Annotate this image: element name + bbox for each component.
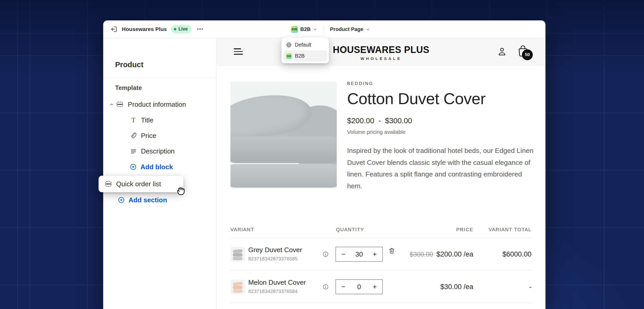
add-section-label: Add section <box>129 196 167 204</box>
quick-order-list: VARIANT QUANTITY PRICE VARIANT TOTAL Gre… <box>230 227 531 233</box>
live-label: Live <box>178 26 188 32</box>
live-dot-icon <box>174 28 176 30</box>
column-header-price: PRICE <box>456 227 473 233</box>
unit-price: $30.00 /ea <box>440 283 473 291</box>
b2b-badge-icon: B2B <box>286 53 292 59</box>
variant-name: Grey Duvet Cover <box>248 246 302 254</box>
divider <box>103 78 216 78</box>
editor-sidebar: Product Template Product information T T… <box>103 38 216 309</box>
variant-total: $5000.00 <box>502 303 531 309</box>
unit-price: $200.00 /ea <box>436 250 473 258</box>
product-title: Cotton Duvet Cover <box>347 89 545 108</box>
page-selector[interactable]: Product Page <box>330 26 363 32</box>
editor-topbar: Housewares Plus Live B2B B2B Product Pag… <box>103 20 545 38</box>
cart-button[interactable]: 50 <box>517 44 529 58</box>
more-options-button[interactable] <box>197 28 203 30</box>
storefront-header: HOUSEWARES PLUS WHOLESALE 50 <box>217 38 545 66</box>
storefront-preview: HOUSEWARES PLUS WHOLESALE 50 <box>217 38 545 309</box>
increase-quantity-button[interactable]: + <box>367 283 382 291</box>
sidebar-item-label: Title <box>141 116 153 124</box>
increase-quantity-button[interactable]: + <box>367 250 382 258</box>
duvet-shape <box>230 136 337 163</box>
trash-icon[interactable] <box>388 247 395 254</box>
variant-sku: 823718342873376584 <box>248 289 306 294</box>
quantity-value[interactable]: 0 <box>351 283 367 291</box>
plus-circle-icon <box>118 197 125 203</box>
dragged-block-label: Quick order list <box>116 180 161 188</box>
title-icon: T <box>130 117 137 123</box>
info-icon[interactable] <box>323 251 329 257</box>
exit-editor-icon[interactable] <box>110 25 118 33</box>
product-description: Inspired by the look of traditional hote… <box>347 145 537 192</box>
globe-icon <box>286 42 292 48</box>
chevron-up-icon[interactable] <box>109 102 114 107</box>
dropdown-item-label: B2B <box>295 53 305 59</box>
column-header-quantity: QUANTITY <box>336 227 364 233</box>
dropdown-item-b2b[interactable]: B2B B2B <box>283 50 327 61</box>
sidebar-item-product-information[interactable]: Product information <box>103 97 216 112</box>
logo-title: HOUSEWARES PLUS <box>217 44 545 55</box>
product-image[interactable] <box>230 82 337 189</box>
theme-editor-window: Housewares Plus Live B2B B2B Product Pag… <box>103 20 545 309</box>
sidebar-item-title[interactable]: T Title <box>103 112 216 128</box>
topbar-divider <box>324 25 324 33</box>
add-section-button[interactable]: Add section <box>103 192 216 208</box>
chevron-down-icon[interactable] <box>313 27 317 32</box>
desktop-backdrop: Housewares Plus Live B2B B2B Product Pag… <box>0 0 644 309</box>
add-block-button[interactable]: Add block <box>103 159 216 175</box>
table-row: Melon Duvet Cover 823718342873376584 − 0… <box>230 271 531 303</box>
plus-circle-icon <box>130 164 137 170</box>
svg-text:$: $ <box>132 134 134 137</box>
sidebar-item-description[interactable]: Description <box>103 143 216 159</box>
section-icon <box>105 180 112 188</box>
storefront-logo[interactable]: HOUSEWARES PLUS WHOLESALE <box>217 44 545 61</box>
table-header: VARIANT QUANTITY PRICE VARIANT TOTAL <box>230 227 531 233</box>
variant-thumbnail <box>230 280 245 294</box>
info-icon[interactable] <box>323 284 329 290</box>
variant-thumbnail <box>230 247 245 261</box>
variant-name: Melon Duvet Cover <box>248 279 306 287</box>
dropdown-item-label: Default <box>295 42 311 48</box>
compare-at-price: $300.00 <box>410 251 433 258</box>
logo-subtitle: WHOLESALE <box>217 56 545 61</box>
shop-name: Housewares Plus <box>122 26 167 32</box>
decrease-quantity-button[interactable]: − <box>336 250 351 258</box>
market-badge: B2B <box>291 26 298 33</box>
sidebar-title: Product <box>115 60 144 69</box>
section-icon <box>116 101 123 108</box>
template-group-label: Template <box>115 84 142 91</box>
product-price-range: $200.00 - $300.00 <box>347 117 545 125</box>
variant-total: - <box>529 271 531 303</box>
product-category: BEDDING <box>347 81 545 86</box>
add-block-label: Add block <box>140 163 173 171</box>
dragged-block-quick-order-list[interactable]: Quick order list <box>99 176 183 192</box>
table-row: Coffee Duvet Cover 823718342873376583 − … <box>230 303 531 309</box>
variant-sku: 823718342873376585 <box>248 256 302 262</box>
quantity-stepper: − 0 + <box>335 279 383 294</box>
sidebar-item-label: Product information <box>128 101 186 109</box>
dropdown-item-default[interactable]: Default <box>283 39 327 50</box>
column-header-variant-total: VARIANT TOTAL <box>489 227 531 233</box>
cart-count-badge: 50 <box>522 49 533 60</box>
volume-pricing-note: Volume pricing available <box>347 129 545 135</box>
column-header-variant: VARIANT <box>230 227 254 233</box>
table-row: Grey Duvet Cover 823718342873376585 − 30… <box>230 238 531 271</box>
account-icon[interactable] <box>497 47 507 57</box>
market-selector[interactable]: B2B <box>300 26 311 32</box>
quantity-value[interactable]: 30 <box>351 250 367 258</box>
market-dropdown-menu: Default B2B B2B <box>281 37 329 63</box>
live-status-badge: Live <box>171 25 192 33</box>
price-tag-icon: $ <box>130 132 137 139</box>
quantity-stepper: − 30 + <box>335 247 383 262</box>
sidebar-item-label: Price <box>141 132 156 140</box>
sidebar-item-label: Description <box>141 147 175 155</box>
grab-cursor-icon <box>175 184 187 196</box>
chevron-down-icon[interactable] <box>366 27 370 32</box>
duvet-shape <box>230 164 337 188</box>
text-lines-icon <box>130 148 137 154</box>
decrease-quantity-button[interactable]: − <box>336 283 351 291</box>
variant-total: $6000.00 <box>502 238 531 271</box>
sidebar-item-price[interactable]: $ Price <box>103 128 216 143</box>
